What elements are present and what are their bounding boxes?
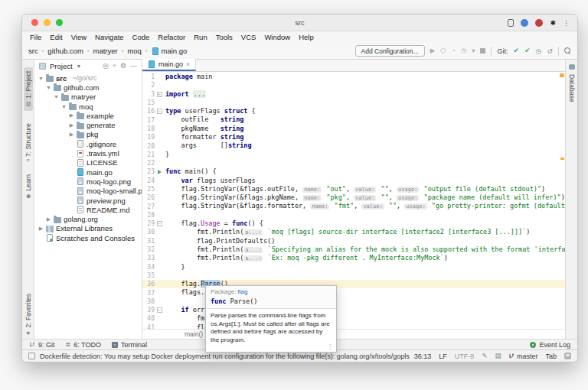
error-stripe-mark[interactable] [560, 73, 564, 77]
line-separator[interactable]: LF [439, 353, 447, 360]
tree-row[interactable]: ▶pkg [34, 130, 142, 139]
code-line[interactable]: 20 args []string [142, 141, 565, 150]
tree-row[interactable]: ▶example [34, 111, 142, 120]
toolwindow-todo[interactable]: ≣ 6: TODO [66, 341, 101, 349]
gutter[interactable]: 22 [142, 159, 165, 167]
chevron-collapsed-icon[interactable]: ▶ [69, 122, 74, 128]
code-line[interactable]: 16−type userFlags struct { [142, 107, 565, 115]
breadcrumb-item-matryer[interactable]: matryer [93, 47, 118, 55]
code-line[interactable]: 22 [142, 159, 565, 167]
menu-item-window[interactable]: Window [264, 33, 290, 41]
toolwindow-terminal[interactable]: > Terminal [112, 341, 147, 349]
fold-gutter-icon[interactable]: + [155, 92, 164, 97]
chevron-expanded-icon[interactable]: ▼ [61, 104, 67, 109]
tool-button-structure[interactable]: ≡ 7: Structure [24, 123, 32, 162]
gutter[interactable]: 25 [142, 185, 165, 193]
gutter[interactable]: 26 [142, 193, 165, 202]
code-line[interactable]: 34 } [142, 263, 565, 271]
breadcrumb-item-github-com[interactable]: github.com [47, 47, 83, 55]
gutter[interactable]: 24 [142, 177, 165, 185]
gutter[interactable]: 20 [142, 141, 165, 150]
gutter[interactable]: 23 [142, 167, 165, 176]
code-line[interactable]: 3+import ... [142, 90, 565, 99]
tree-row[interactable]: ▶golang.org [34, 214, 142, 223]
chevron-collapsed-icon[interactable]: ▶ [69, 132, 74, 138]
pencil-icon[interactable]: ✎ [482, 353, 487, 359]
chevron-collapsed-icon[interactable]: ▶ [69, 112, 74, 119]
stop-icon[interactable] [480, 48, 485, 54]
chevron-expanded-icon[interactable]: ▼ [38, 76, 44, 81]
code-line[interactable]: 2 [142, 81, 565, 89]
file-encoding[interactable]: UTF-8 [455, 353, 475, 360]
tree-row[interactable]: main.go [34, 167, 142, 177]
gutter[interactable]: 37 [142, 288, 165, 297]
tree-row[interactable]: ▼moq [34, 102, 142, 111]
chevron-expanded-icon[interactable]: ▼ [46, 85, 51, 90]
tab-main-go[interactable]: main.go × [142, 59, 196, 71]
locate-file-icon[interactable]: ◎ [103, 62, 109, 70]
gutter[interactable]: 1 [142, 73, 165, 81]
gutter[interactable]: 18 [142, 125, 165, 133]
pinwheel-icon[interactable]: ✱ [550, 20, 556, 27]
add-configuration-button[interactable]: Add Configuration... [355, 45, 425, 57]
tree-row[interactable]: preview.png [34, 196, 142, 205]
toolwindow-git[interactable]: 9: Git [29, 341, 55, 349]
gutter[interactable]: 38 [142, 297, 165, 306]
menu-item-run[interactable]: Run [194, 33, 207, 41]
code-line[interactable]: 25 flag.StringVar(&flags.outFile, name: … [142, 185, 565, 193]
code-line[interactable]: 23func main() { [142, 167, 565, 176]
chevron-down-icon[interactable]: ▼ [77, 63, 82, 69]
menu-item-help[interactable]: Help [299, 33, 314, 41]
scope-breadcrumb[interactable]: main() [185, 330, 203, 338]
error-stripe-mark[interactable] [560, 158, 564, 160]
git-branch-widget[interactable]: master [508, 353, 537, 360]
menu-item-edit[interactable]: Edit [50, 33, 62, 41]
code-line[interactable]: 30 fmt.Println(a...: `moq [flags] source… [142, 228, 565, 236]
caret-position[interactable]: 36:13 [414, 353, 432, 360]
doc-more-icon[interactable]: ⋮ [327, 343, 333, 350]
run-gutter-icon[interactable] [155, 170, 164, 174]
tree-row[interactable]: ▶generate [34, 120, 142, 129]
menu-item-navigate[interactable]: Navigate [95, 33, 124, 41]
git-rollback-icon[interactable]: ↺ [547, 47, 553, 55]
gutter[interactable]: 39− [142, 306, 165, 314]
breadcrumb-item-src[interactable]: src [28, 47, 38, 55]
gutter[interactable]: 16− [142, 107, 165, 115]
menu-item-code[interactable]: Code [132, 33, 150, 41]
collapse-all-icon[interactable]: ÷ [113, 62, 116, 70]
tree-row[interactable]: .travis.yml [34, 148, 142, 158]
tool-button-favorites[interactable]: ★ 2: Favorites [24, 294, 32, 336]
tree-row[interactable]: README.md [34, 205, 142, 214]
toolwindow-switcher-icon[interactable] [28, 353, 35, 359]
tree-row[interactable]: ▼github.com [34, 83, 142, 92]
gear-icon[interactable]: ⚙ [120, 62, 126, 70]
gutter[interactable]: 21 [142, 151, 165, 159]
gutter[interactable]: 40 [142, 314, 165, 323]
git-commit-icon[interactable]: ✔ [524, 47, 531, 54]
code-line[interactable]: 35 [142, 271, 565, 280]
gutter[interactable]: 33 [142, 254, 165, 262]
gutter[interactable]: 15 [142, 99, 165, 107]
project-panel-title[interactable]: Project [50, 62, 73, 70]
tree-row[interactable]: LICENSE [34, 158, 142, 167]
gutter[interactable]: 17 [142, 115, 165, 124]
gutter[interactable]: 28 [142, 211, 165, 219]
code-line[interactable]: 26 flag.StringVar(&flags.pkgName, name: … [142, 193, 565, 202]
gutter[interactable]: 36 [142, 280, 165, 288]
gutter[interactable]: 3+ [142, 90, 165, 99]
blue-badge-icon[interactable] [521, 19, 528, 27]
tree-row[interactable]: .gitignore [34, 139, 142, 148]
code-line[interactable]: 31 flag.PrintDefaults() [142, 237, 565, 245]
code-line[interactable]: 17 outFile string [142, 115, 565, 124]
tree-row[interactable]: moq-logo.png [34, 177, 142, 186]
profiler-icon[interactable]: ◷ [461, 47, 466, 54]
menu-item-view[interactable]: View [71, 33, 87, 41]
gutter[interactable]: 34 [142, 263, 165, 271]
tree-row[interactable]: ▼src~/go/src [34, 73, 142, 83]
breadcrumb-item-main-go[interactable]: main.go [152, 47, 188, 55]
hide-panel-icon[interactable]: — [130, 62, 137, 70]
tool-button-learn[interactable]: ◉ Learn [24, 174, 32, 200]
event-log-button[interactable]: Event Log [530, 341, 570, 349]
code-line[interactable]: 29− flag.Usage = func() { [142, 219, 565, 228]
code-line[interactable]: 19 formatter string [142, 133, 565, 141]
